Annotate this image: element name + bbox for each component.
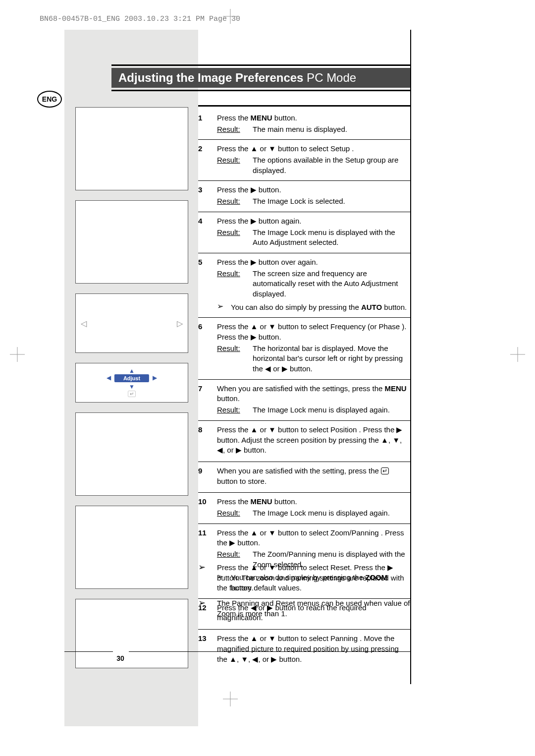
step-body: Press the MENU button.Result:The main me… [217, 113, 410, 134]
adjust-label: Adjust [114, 374, 149, 382]
step-instruction: Press the ▲ or ▼ button to select Freque… [217, 322, 410, 342]
result-text: The Image Lock menu is displayed again. [253, 405, 410, 415]
result-label: Result: [217, 196, 253, 207]
step-result: Result:The screen size and frequency are… [217, 269, 410, 299]
screenshot-1 [75, 107, 188, 190]
manual-page: BN68-00457B-01_ENG 2003.10.23 3:21 PM Pa… [0, 0, 535, 756]
step-8: 8Press the ▲ or ▼ button to select Posit… [198, 421, 410, 462]
result-label: Result: [217, 124, 253, 135]
result-text: The horizontal bar is displayed. Move th… [253, 344, 410, 374]
result-text: The options available in the Setup group… [253, 155, 410, 175]
arrow-left-icon: ◀ [107, 374, 111, 381]
note-text: The Panning and Reset menus can be used … [217, 598, 410, 619]
crop-mark-left [10, 347, 25, 362]
screenshot-3: ◁ ▷ [75, 293, 188, 353]
step-body: Press the ▶ button.Result:The Image Lock… [217, 185, 410, 206]
step-result: Result:The Image Lock menu is displayed … [217, 405, 410, 415]
step-instruction: When you are satisfied with the setting,… [217, 466, 410, 486]
note-text: You can also do simply by pressing the A… [231, 302, 410, 313]
result-text: The main menu is displayed. [253, 124, 410, 135]
step-number: 3 [198, 185, 217, 206]
arrow-right-icon: ▷ [177, 319, 183, 328]
step-instruction: Press the ▶ button. [217, 185, 410, 195]
step-number: 4 [198, 216, 217, 248]
step-number: 8 [198, 425, 217, 457]
step-instruction: Press the ▶ button over again. [217, 257, 410, 268]
arrow-up-icon: ▲ [129, 367, 135, 374]
page-number: 30 [113, 654, 128, 662]
step-result: Result:The options available in the Setu… [217, 155, 410, 175]
step-6: 6Press the ▲ or ▼ button to select Frequ… [198, 318, 410, 379]
step-result: Result:The horizontal bar is displayed. … [217, 344, 410, 374]
footer-note: ➢The Panning and Reset menus can be used… [198, 598, 410, 619]
result-label: Result: [217, 344, 253, 374]
screenshot-4: ▲ ◀ Adjust ▶ ▼ ↵ [75, 363, 188, 403]
steps-top-rule [198, 105, 410, 107]
result-label: Result: [217, 508, 253, 519]
step-instruction: Press the ▲ or ▼ button to select Setup … [217, 144, 410, 154]
step-result: Result:The Image Lock is selected. [217, 196, 410, 207]
page-number-rule-right [129, 651, 410, 652]
step-body: Press the MENU button.Result:The Image L… [217, 497, 410, 518]
step-number: 9 [198, 466, 217, 487]
step-instruction: Press the ▲ or ▼ button to select Zoom/P… [217, 528, 410, 548]
section-title-bold: Adjusting the Image Preferences [118, 71, 303, 84]
result-text: The Image Lock is selected. [253, 196, 410, 207]
result-text: The Image Lock menu is displayed again. [253, 508, 410, 519]
enter-icon: ↵ [128, 391, 136, 397]
result-label: Result: [217, 269, 253, 299]
result-label: Result: [217, 228, 253, 248]
screenshot-6 [75, 506, 188, 589]
step-body: Press the ▲ or ▼ button to select Pannin… [217, 634, 410, 665]
step-7: 7When you are satisfied with the setting… [198, 380, 410, 421]
step-9: 9When you are satisfied with the setting… [198, 462, 410, 493]
screenshot-column: ◁ ▷ ▲ ◀ Adjust ▶ ▼ ↵ [75, 107, 189, 678]
step-4: 4Press the ▶ button again.Result:The Ima… [198, 212, 410, 253]
step-number: 5 [198, 257, 217, 312]
result-text: The Image Lock menu is displayed with th… [253, 228, 410, 248]
language-badge: ENG [37, 91, 62, 108]
arrow-right-icon: ▶ [153, 374, 157, 381]
step-instruction: When you are satisfied with the settings… [217, 384, 410, 404]
print-header: BN68-00457B-01_ENG 2003.10.23 3:21 PM Pa… [40, 15, 240, 23]
step-result: Result:The Image Lock menu is displayed … [217, 508, 410, 519]
arrow-down-icon: ▼ [129, 383, 135, 390]
step-10: 10Press the MENU button.Result:The Image… [198, 493, 410, 523]
result-text: The screen size and frequency are automa… [253, 269, 410, 299]
footer-notes: ➢Press the ▲ or ▼ button to select Reset… [198, 560, 410, 624]
crop-mark-right [510, 347, 525, 362]
step-result: Result:The main menu is displayed. [217, 124, 410, 135]
screenshot-5 [75, 412, 188, 496]
step-body: Press the ▶ button again.Result:The Imag… [217, 216, 410, 248]
result-label: Result: [217, 155, 253, 175]
step-5: 5Press the ▶ button over again.Result:Th… [198, 253, 410, 318]
step-body: Press the ▲ or ▼ button to select Positi… [217, 425, 410, 457]
step-number: 7 [198, 384, 217, 415]
step-3: 3Press the ▶ button.Result:The Image Loc… [198, 181, 410, 212]
step-number: 13 [198, 634, 217, 665]
footer-note: ➢Press the ▲ or ▼ button to select Reset… [198, 563, 410, 593]
step-1: 1Press the MENU button.Result:The main m… [198, 109, 410, 140]
note-icon: ➢ [198, 563, 217, 572]
crop-mark-bottom [223, 692, 238, 706]
screenshot-7 [75, 599, 188, 668]
step-number: 6 [198, 322, 217, 374]
step-number: 1 [198, 113, 217, 134]
section-title-light: PC Mode [303, 71, 356, 84]
arrow-left-icon: ◁ [81, 319, 87, 328]
step-body: Press the ▲ or ▼ button to select Setup … [217, 144, 410, 175]
note-icon: ➢ [198, 598, 217, 607]
step-instruction: Press the ▲ or ▼ button to select Pannin… [217, 634, 410, 664]
step-2: 2Press the ▲ or ▼ button to select Setup… [198, 140, 410, 181]
step-number: 2 [198, 144, 217, 175]
step-instruction: Press the ▶ button again. [217, 216, 410, 227]
result-label: Result: [217, 405, 253, 415]
screenshot-2 [75, 200, 188, 284]
step-instruction: Press the ▲ or ▼ button to select Positi… [217, 425, 410, 456]
step-note: ➢You can also do simply by pressing the … [217, 302, 410, 313]
step-13: 13Press the ▲ or ▼ button to select Pann… [198, 630, 410, 670]
section-title-banner: Adjusting the Image Preferences PC Mode [111, 64, 410, 91]
step-number: 10 [198, 497, 217, 518]
right-margin-rule [410, 30, 411, 684]
step-body: Press the ▲ or ▼ button to select Freque… [217, 322, 410, 374]
